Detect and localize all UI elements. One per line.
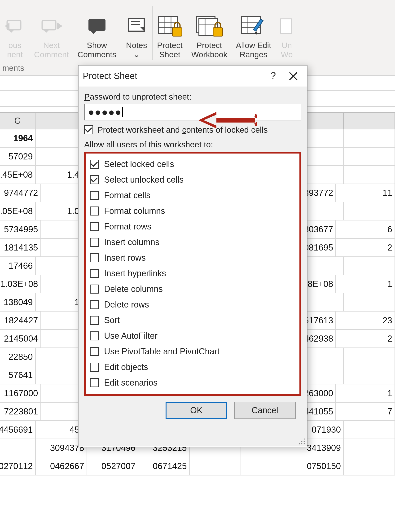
permission-option[interactable]: Sort xyxy=(90,313,296,328)
permission-checkbox[interactable] xyxy=(90,222,99,231)
cell[interactable]: 1.45E+08 xyxy=(0,166,36,184)
permission-checkbox[interactable] xyxy=(90,191,99,200)
permission-checkbox[interactable] xyxy=(90,285,99,294)
permission-option[interactable]: Use PivotTable and PivotChart xyxy=(90,344,296,359)
cell[interactable] xyxy=(344,129,395,147)
cell[interactable]: 1 xyxy=(336,384,395,402)
cell[interactable]: 0750150 xyxy=(292,457,344,475)
cell[interactable]: 17466 xyxy=(0,257,36,275)
cell[interactable]: 2 xyxy=(336,330,395,347)
ribbon-label: Protect xyxy=(157,41,183,50)
ribbon-protect-sheet[interactable]: Protect Sheet xyxy=(153,13,187,59)
cell[interactable]: 1 xyxy=(336,275,395,293)
permission-label: Insert hyperlinks xyxy=(104,269,166,278)
permission-checkbox[interactable] xyxy=(90,347,99,356)
cell[interactable]: 2145004 xyxy=(0,330,41,347)
cell[interactable]: 1.03E+08 xyxy=(0,275,41,293)
permission-option[interactable]: Select locked cells xyxy=(90,156,296,172)
permission-option[interactable]: Format cells xyxy=(90,188,296,203)
cell[interactable]: 23 xyxy=(336,312,395,329)
cell[interactable] xyxy=(344,202,395,220)
permission-option[interactable]: Select unlocked cells xyxy=(90,172,296,188)
cell[interactable] xyxy=(190,457,241,475)
ribbon: ous nent Next Comment Show Comments Note… xyxy=(0,0,395,76)
permission-checkbox[interactable] xyxy=(90,160,99,169)
cell[interactable]: 4456691 xyxy=(0,421,36,439)
close-button[interactable] xyxy=(284,68,303,84)
permission-checkbox[interactable] xyxy=(90,238,99,247)
permission-option[interactable]: Insert hyperlinks xyxy=(90,266,296,281)
cell[interactable] xyxy=(241,457,292,475)
permission-checkbox[interactable] xyxy=(90,207,99,215)
ribbon-show-comments[interactable]: Show Comments xyxy=(73,13,121,59)
cancel-button[interactable]: Cancel xyxy=(234,402,296,419)
permission-option[interactable]: Delete rows xyxy=(90,297,296,313)
permission-option[interactable]: Format rows xyxy=(90,219,296,234)
permission-checkbox[interactable] xyxy=(90,253,99,262)
cell[interactable] xyxy=(344,421,395,439)
cell[interactable]: 2 xyxy=(336,239,395,256)
permission-checkbox[interactable] xyxy=(90,300,99,309)
ribbon-unshare-workbook[interactable]: Un Wo xyxy=(275,13,298,59)
dialog-titlebar[interactable]: Protect Sheet ? xyxy=(78,66,307,87)
cell[interactable]: 57029 xyxy=(0,148,36,165)
cell[interactable] xyxy=(344,366,395,384)
cell[interactable] xyxy=(344,439,395,457)
ribbon-next-comment[interactable]: Next Comment xyxy=(30,13,73,59)
cell[interactable] xyxy=(344,293,395,311)
permission-option[interactable]: Format columns xyxy=(90,203,296,219)
cell[interactable]: 0270112 xyxy=(0,457,36,475)
cell[interactable]: 6 xyxy=(336,220,395,238)
cell[interactable]: 22850 xyxy=(0,348,36,366)
cell[interactable]: 1964 xyxy=(0,129,36,147)
permission-option[interactable]: Edit objects xyxy=(90,359,296,375)
cell[interactable]: 1.05E+08 xyxy=(0,202,36,220)
ribbon-protect-workbook[interactable]: Protect Workbook xyxy=(187,13,231,59)
permission-option[interactable]: Insert columns xyxy=(90,234,296,250)
permission-checkbox[interactable] xyxy=(90,316,99,325)
cell[interactable] xyxy=(344,348,395,366)
ok-button[interactable]: OK xyxy=(165,402,227,419)
ribbon-allow-edit-ranges[interactable]: Allow Edit Ranges xyxy=(231,13,275,59)
cell[interactable]: 9744772 xyxy=(0,184,41,202)
cell[interactable] xyxy=(344,148,395,165)
protect-contents-checkbox[interactable] xyxy=(84,125,93,134)
permission-option[interactable]: Use AutoFilter xyxy=(90,328,296,344)
cell[interactable]: 5734995 xyxy=(0,220,41,238)
cell[interactable] xyxy=(344,257,395,275)
cell[interactable]: 0671425 xyxy=(138,457,190,475)
cell[interactable]: 57641 xyxy=(0,366,36,384)
ribbon-previous-comment[interactable]: ous nent xyxy=(0,13,30,59)
cell[interactable] xyxy=(344,166,395,184)
password-input[interactable]: ●●●●● xyxy=(84,104,301,121)
ribbon-label: nent xyxy=(7,50,23,59)
column-header[interactable]: G xyxy=(0,113,35,129)
cell[interactable]: 7223801 xyxy=(0,403,41,420)
close-icon xyxy=(289,71,298,81)
permission-option[interactable]: Insert rows xyxy=(90,250,296,266)
permission-label: Select locked cells xyxy=(104,159,174,169)
permission-option[interactable]: Delete columns xyxy=(90,281,296,297)
cell[interactable]: 11 xyxy=(336,184,395,202)
cell[interactable]: 1814135 xyxy=(0,239,41,256)
cell[interactable]: 7 xyxy=(336,403,395,420)
resize-grip-icon[interactable] xyxy=(297,437,306,445)
protect-contents-row[interactable]: Protect worksheet and contents of locked… xyxy=(84,125,301,135)
permission-checkbox[interactable] xyxy=(90,175,99,184)
permission-option[interactable]: Edit scenarios xyxy=(90,375,296,390)
cell[interactable]: 1824427 xyxy=(0,312,41,329)
help-button[interactable]: ? xyxy=(265,68,284,84)
permission-checkbox[interactable] xyxy=(90,331,99,340)
cell[interactable] xyxy=(344,457,395,475)
cell[interactable]: 0527007 xyxy=(87,457,138,475)
cell[interactable]: 1167000 xyxy=(0,384,41,402)
column-header[interactable] xyxy=(344,113,395,129)
permission-checkbox[interactable] xyxy=(90,363,99,372)
cell[interactable] xyxy=(0,439,36,457)
permission-checkbox[interactable] xyxy=(90,269,99,278)
permission-checkbox[interactable] xyxy=(90,378,99,387)
permission-label: Insert columns xyxy=(104,237,159,247)
ribbon-notes[interactable]: Notes ⌄ xyxy=(121,13,152,59)
cell[interactable]: 138049 xyxy=(0,293,36,311)
cell[interactable]: 0462667 xyxy=(36,457,87,475)
